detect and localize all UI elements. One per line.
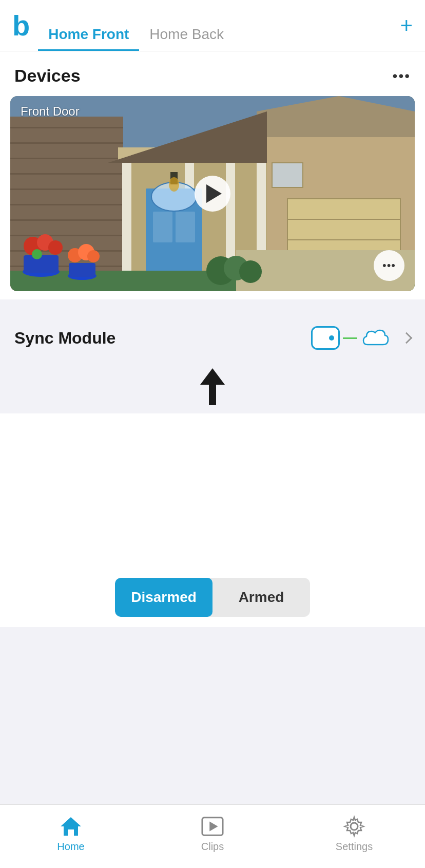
sync-status-icons (311, 326, 396, 350)
tab-home-front[interactable]: Home Front (38, 16, 139, 51)
nav-home[interactable]: Home (0, 815, 142, 853)
home-icon (60, 815, 82, 838)
svg-rect-32 (24, 255, 59, 273)
devices-more-button[interactable]: ••• (393, 68, 411, 84)
svg-point-51 (351, 823, 358, 830)
disarmed-button[interactable]: Disarmed (115, 578, 212, 617)
camera-thumbnail[interactable]: Front Door ••• (10, 96, 415, 291)
svg-point-36 (32, 249, 42, 259)
svg-rect-9 (10, 219, 123, 221)
armed-button[interactable]: Armed (212, 578, 310, 617)
gear-icon-svg (343, 815, 365, 838)
svg-rect-5 (10, 158, 123, 159)
main-content: Sync Module D (0, 312, 425, 709)
nav-settings[interactable]: Settings (283, 815, 425, 853)
svg-rect-38 (69, 263, 95, 277)
svg-point-44 (239, 260, 262, 283)
tab-home-back[interactable]: Home Back (139, 16, 234, 51)
arm-controls: Disarmed Armed (0, 568, 425, 627)
arrow-stem (209, 385, 216, 405)
clips-icon-svg (201, 816, 224, 837)
play-icon (206, 184, 222, 203)
nav-clips-label: Clips (201, 841, 224, 853)
nav-clips[interactable]: Clips (142, 815, 283, 853)
arrow-head (200, 368, 225, 385)
arrow-up-icon (200, 368, 225, 405)
svg-rect-45 (272, 163, 303, 187)
svg-rect-6 (10, 173, 123, 175)
header: b Home Front Home Back + (0, 0, 425, 51)
arm-toggle: Disarmed Armed (115, 578, 310, 617)
nav-home-label: Home (57, 841, 84, 853)
camera-more-button[interactable]: ••• (374, 250, 404, 281)
svg-marker-48 (61, 817, 81, 836)
sync-module-controls (311, 326, 411, 350)
svg-rect-8 (10, 204, 123, 205)
devices-title: Devices (14, 66, 81, 86)
svg-point-47 (169, 177, 179, 192)
settings-icon (343, 815, 365, 838)
cloud-icon (360, 326, 396, 350)
sync-module-section: Sync Module (0, 312, 425, 364)
devices-section: Devices ••• (0, 51, 425, 299)
house-icon-svg (60, 816, 82, 837)
chevron-right-icon (401, 332, 413, 344)
svg-rect-20 (153, 212, 172, 242)
sync-module-title: Sync Module (14, 329, 115, 348)
camera-card: Front Door ••• (10, 96, 415, 291)
svg-point-41 (87, 250, 100, 262)
svg-point-35 (48, 240, 63, 255)
bottom-nav: Home Clips Settings (0, 804, 425, 868)
svg-rect-4 (10, 142, 123, 144)
svg-rect-7 (10, 188, 123, 190)
device-dot (329, 335, 334, 341)
svg-rect-21 (176, 212, 195, 242)
connection-line (343, 337, 357, 339)
clips-icon (201, 815, 224, 838)
svg-rect-3 (10, 127, 123, 128)
arrow-annotation (0, 368, 425, 405)
play-button[interactable] (195, 176, 230, 212)
device-icon (311, 326, 340, 350)
svg-marker-50 (209, 821, 218, 831)
svg-rect-10 (10, 235, 123, 236)
camera-label: Front Door (21, 104, 80, 119)
tab-bar: Home Front Home Back (38, 0, 400, 51)
add-button[interactable]: + (400, 15, 413, 36)
content-area (0, 413, 425, 568)
devices-header: Devices ••• (0, 51, 425, 96)
nav-settings-label: Settings (336, 841, 373, 853)
app-logo: b (12, 11, 30, 40)
